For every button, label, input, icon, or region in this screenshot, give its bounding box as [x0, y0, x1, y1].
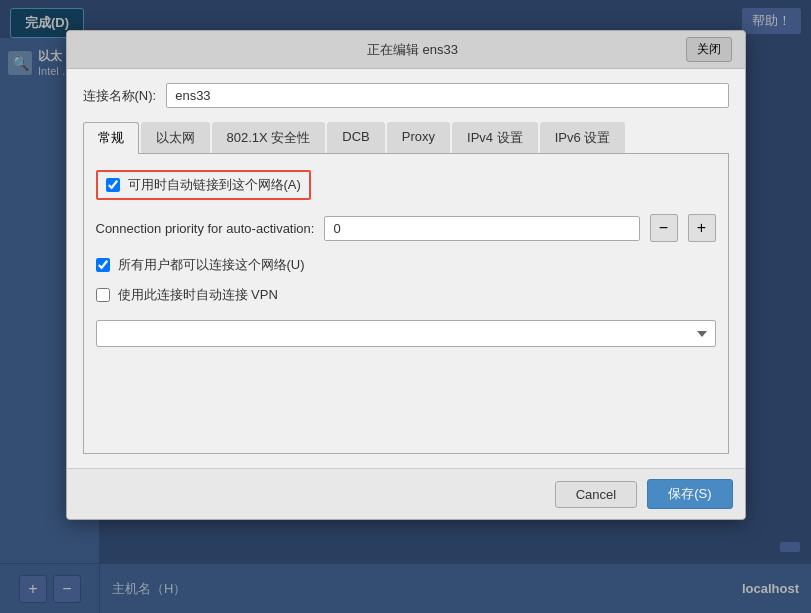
tab-content-general: 可用时自动链接到这个网络(A) Connection priority for … — [83, 154, 729, 454]
connection-name-input[interactable] — [166, 83, 728, 108]
all-users-row[interactable]: 所有用户都可以连接这个网络(U) — [96, 256, 716, 274]
priority-input[interactable] — [324, 216, 639, 241]
edit-connection-dialog: 正在编辑 ens33 关闭 连接名称(N): 常规 以太网 802.1X 安全性… — [66, 30, 746, 520]
tab-dcb[interactable]: DCB — [327, 122, 384, 153]
tab-ethernet[interactable]: 以太网 — [141, 122, 210, 153]
priority-row: Connection priority for auto-activation:… — [96, 214, 716, 242]
cancel-button[interactable]: Cancel — [555, 481, 637, 508]
vpn-row[interactable]: 使用此连接时自动连接 VPN — [96, 286, 716, 304]
dialog-title: 正在编辑 ens33 — [367, 41, 458, 59]
tab-8021x[interactable]: 802.1X 安全性 — [212, 122, 326, 153]
modal-overlay: 正在编辑 ens33 关闭 连接名称(N): 常规 以太网 802.1X 安全性… — [0, 0, 811, 613]
save-button[interactable]: 保存(S) — [647, 479, 732, 509]
tab-general[interactable]: 常规 — [83, 122, 139, 154]
all-users-checkbox[interactable] — [96, 258, 110, 272]
priority-decrement-button[interactable]: − — [650, 214, 678, 242]
vpn-checkbox[interactable] — [96, 288, 110, 302]
auto-connect-row[interactable]: 可用时自动链接到这个网络(A) — [96, 170, 311, 200]
tab-proxy[interactable]: Proxy — [387, 122, 450, 153]
dialog-footer: Cancel 保存(S) — [67, 468, 745, 519]
tab-ipv4[interactable]: IPv4 设置 — [452, 122, 538, 153]
dialog-body: 连接名称(N): 常规 以太网 802.1X 安全性 DCB Proxy IPv… — [67, 69, 745, 468]
vpn-label: 使用此连接时自动连接 VPN — [118, 286, 278, 304]
dialog-titlebar: 正在编辑 ens33 关闭 — [67, 31, 745, 69]
connection-name-row: 连接名称(N): — [83, 83, 729, 108]
vpn-dropdown[interactable] — [96, 320, 716, 347]
dialog-close-button[interactable]: 关闭 — [686, 37, 732, 62]
connection-name-label: 连接名称(N): — [83, 87, 157, 105]
auto-connect-checkbox[interactable] — [106, 178, 120, 192]
priority-label: Connection priority for auto-activation: — [96, 221, 315, 236]
all-users-label: 所有用户都可以连接这个网络(U) — [118, 256, 305, 274]
auto-connect-label: 可用时自动链接到这个网络(A) — [128, 176, 301, 194]
tab-ipv6[interactable]: IPv6 设置 — [540, 122, 626, 153]
priority-increment-button[interactable]: + — [688, 214, 716, 242]
tab-bar: 常规 以太网 802.1X 安全性 DCB Proxy IPv4 设置 IPv6… — [83, 122, 729, 154]
